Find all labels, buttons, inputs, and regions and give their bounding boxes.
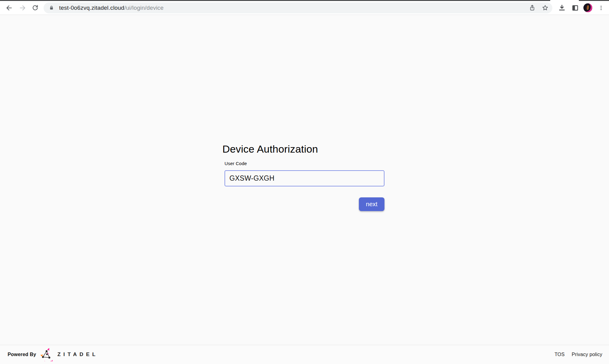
back-icon[interactable] xyxy=(5,4,13,12)
footer-links: TOS Privacy policy xyxy=(554,352,602,357)
tos-link[interactable]: TOS xyxy=(554,352,565,357)
user-code-label: User Code xyxy=(225,161,384,166)
user-code-input[interactable] xyxy=(225,170,384,186)
footer: Powered By ZITADEL TOS Privacy policy xyxy=(0,345,609,364)
profile-avatar[interactable] xyxy=(583,3,592,12)
page-content: Device Authorization User Code next xyxy=(0,15,609,345)
share-icon[interactable] xyxy=(528,4,536,12)
tab-strip-notch xyxy=(550,0,579,1)
bookmark-star-icon[interactable] xyxy=(541,4,549,12)
url-host: test-0o6zvq.zitadel.cloud xyxy=(59,5,124,11)
forward-icon[interactable] xyxy=(18,4,27,12)
powered-by-label: Powered By xyxy=(8,352,36,357)
url-path: /ui/login/device xyxy=(124,5,164,11)
avatar-figure xyxy=(586,5,589,10)
page-title: Device Authorization xyxy=(222,143,384,155)
window-top-strip xyxy=(0,0,609,1)
side-panel-icon[interactable] xyxy=(571,4,579,12)
url-text: test-0o6zvq.zitadel.cloud/ui/login/devic… xyxy=(59,5,528,11)
next-button[interactable]: next xyxy=(359,197,384,211)
browser-toolbar: test-0o6zvq.zitadel.cloud/ui/login/devic… xyxy=(0,1,609,15)
zitadel-brand-text: ZITADEL xyxy=(58,352,98,358)
lock-icon[interactable] xyxy=(48,4,55,12)
footer-powered-by-group: Powered By ZITADEL xyxy=(8,348,98,361)
privacy-policy-link[interactable]: Privacy policy xyxy=(572,352,602,357)
download-icon[interactable] xyxy=(558,4,566,12)
reload-icon[interactable] xyxy=(31,4,39,12)
browser-menu-icon[interactable] xyxy=(597,4,605,12)
address-bar[interactable]: test-0o6zvq.zitadel.cloud/ui/login/devic… xyxy=(44,2,552,13)
device-authorization-form: Device Authorization User Code next xyxy=(225,143,384,211)
button-row: next xyxy=(225,197,384,211)
zitadel-logo-icon xyxy=(40,348,54,361)
